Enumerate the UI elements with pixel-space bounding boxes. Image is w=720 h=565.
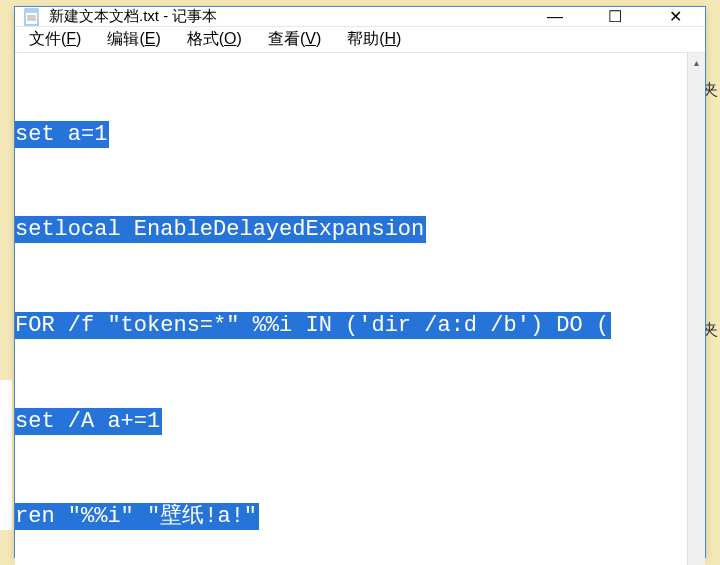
scroll-up-icon[interactable]: ▴ xyxy=(688,53,705,71)
text-line: ren "%%i" "壁纸!a!" xyxy=(15,503,259,530)
menu-help[interactable]: 帮助(H) xyxy=(343,27,405,52)
minimize-button[interactable]: — xyxy=(525,7,585,26)
content-area: set a=1 setlocal EnableDelayedExpansion … xyxy=(15,53,705,565)
menu-edit[interactable]: 编辑(E) xyxy=(103,27,164,52)
background-strip xyxy=(0,380,12,530)
svg-rect-1 xyxy=(25,9,38,13)
text-line: set a=1 xyxy=(15,121,109,148)
text-line: set /A a+=1 xyxy=(15,408,162,435)
menu-view[interactable]: 查看(V) xyxy=(264,27,325,52)
vertical-scrollbar[interactable]: ▴ ▾ xyxy=(687,53,705,565)
text-line: setlocal EnableDelayedExpansion xyxy=(15,216,426,243)
menu-format[interactable]: 格式(O) xyxy=(183,27,246,52)
menu-file[interactable]: 文件(F) xyxy=(25,27,85,52)
text-editor[interactable]: set a=1 setlocal EnableDelayedExpansion … xyxy=(15,53,687,565)
notepad-window: 新建文本文档.txt - 记事本 — ☐ ✕ 文件(F) 编辑(E) 格式(O)… xyxy=(14,6,706,558)
window-title: 新建文本文档.txt - 记事本 xyxy=(49,7,525,26)
titlebar[interactable]: 新建文本文档.txt - 记事本 — ☐ ✕ xyxy=(15,7,705,27)
window-controls: — ☐ ✕ xyxy=(525,7,705,26)
menubar: 文件(F) 编辑(E) 格式(O) 查看(V) 帮助(H) xyxy=(15,27,705,53)
close-button[interactable]: ✕ xyxy=(645,7,705,26)
notepad-icon xyxy=(23,8,41,26)
maximize-button[interactable]: ☐ xyxy=(585,7,645,26)
text-line: FOR /f "tokens=*" %%i IN ('dir /a:d /b')… xyxy=(15,312,611,339)
